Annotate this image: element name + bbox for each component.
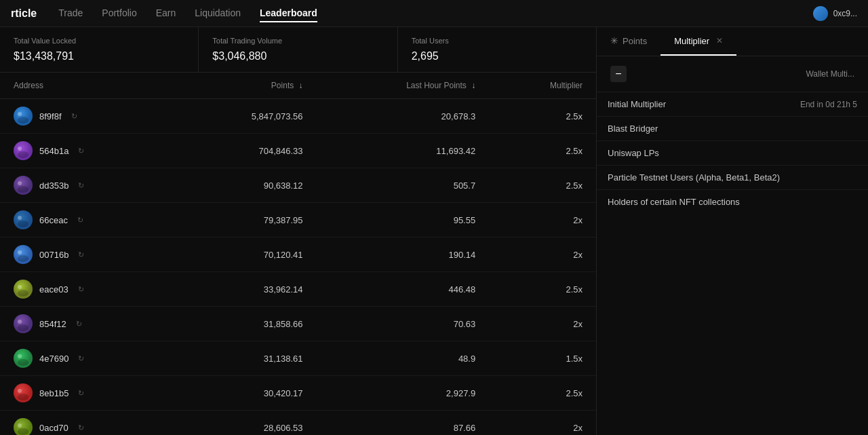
cell-last-hour: 11,693.42 (317, 134, 490, 168)
refresh-icon[interactable]: ↻ (78, 147, 84, 155)
right-tabs: ✳ Points Multiplier ✕ (597, 27, 868, 56)
svg-point-5 (18, 151, 28, 158)
nav-earn[interactable]: Earn (156, 5, 176, 22)
brand-logo: rticle (11, 7, 37, 20)
svg-point-1 (18, 112, 22, 116)
stat-users-label: Total Users (412, 37, 583, 45)
cell-address: dd353b ↻ (0, 168, 176, 203)
topnav: rticle Trade Portfolio Earn Liquidation … (0, 0, 868, 27)
table-row: 00716b ↻ 70,120.41 190.14 2x (0, 238, 596, 272)
address-text: 8eb1b5 (39, 388, 68, 398)
svg-point-7 (18, 181, 22, 185)
right-panel: ✳ Points Multiplier ✕ − Wallet Multi... … (597, 27, 868, 435)
refresh-icon[interactable]: ↻ (78, 354, 84, 363)
tab-points[interactable]: ✳ Points (597, 27, 660, 56)
refresh-icon[interactable]: ↻ (77, 216, 83, 225)
user-badge[interactable]: 0xc9... (813, 6, 857, 21)
last-hour-sort-icon: ↓ (471, 81, 475, 90)
svg-point-25 (18, 389, 22, 393)
svg-point-13 (18, 250, 22, 254)
cell-last-hour: 70.63 (317, 307, 490, 341)
address-text: 8f9f8f (39, 111, 62, 121)
svg-point-20 (18, 324, 28, 331)
cell-last-hour: 48.9 (317, 341, 490, 376)
tab-multiplier[interactable]: Multiplier ✕ (660, 28, 736, 56)
left-panel: Total Value Locked $13,438,791 Total Tra… (0, 27, 597, 435)
cell-points: 70,120.41 (176, 238, 317, 272)
mult-cat-uniswap: Uniswap LPs (597, 141, 868, 166)
cell-last-hour: 87.66 (317, 411, 490, 436)
table-area: Address Points ↓ Last Hour Points ↓ Mult… (0, 73, 596, 435)
avatar (14, 314, 33, 333)
stat-volume-label: Total Trading Volume (212, 37, 383, 45)
multiplier-timer: End in 0d 21h 5 (800, 100, 857, 109)
cell-multiplier: 2x (489, 238, 596, 272)
stats-bar: Total Value Locked $13,438,791 Total Tra… (0, 27, 596, 73)
address-text: 564b1a (39, 146, 68, 156)
cell-multiplier: 1.5x (489, 341, 596, 376)
avatar (14, 107, 33, 126)
address-text: 0acd70 (39, 423, 68, 433)
cell-multiplier: 2.5x (489, 99, 596, 134)
stat-users: Total Users 2,695 (398, 27, 596, 72)
table-row: 0acd70 ↻ 28,606.53 87.66 2x (0, 411, 596, 436)
leaderboard-table: Address Points ↓ Last Hour Points ↓ Mult… (0, 73, 596, 435)
cell-address: 66ceac ↻ (0, 203, 176, 238)
multiplier-close-icon[interactable]: ✕ (716, 36, 723, 45)
svg-point-16 (18, 285, 22, 289)
table-row: 564b1a ↻ 704,846.33 11,693.42 2.5x (0, 134, 596, 168)
mult-cat-nft: Holders of certain NFT collections (597, 190, 868, 214)
avatar (14, 418, 33, 435)
cell-address: 564b1a ↻ (0, 134, 176, 168)
col-last-hour[interactable]: Last Hour Points ↓ (317, 73, 490, 99)
address-text: 854f12 (39, 319, 66, 329)
refresh-icon[interactable]: ↻ (78, 181, 84, 190)
avatar (14, 280, 33, 299)
col-multiplier: Multiplier (489, 73, 596, 99)
table-row: 8f9f8f ↻ 5,847,073.56 20,678.3 2.5x (0, 99, 596, 134)
col-points[interactable]: Points ↓ (176, 73, 317, 99)
multiplier-header: − Wallet Multi... (597, 56, 868, 92)
cell-address: 4e7690 ↻ (0, 341, 176, 376)
avatar (14, 141, 33, 160)
table-row: 854f12 ↻ 31,858.66 70.63 2x (0, 307, 596, 341)
cell-points: 28,606.53 (176, 411, 317, 436)
avatar (14, 349, 33, 368)
main-layout: Total Value Locked $13,438,791 Total Tra… (0, 27, 868, 435)
address-text: eace03 (39, 284, 68, 295)
mult-cat-testnet: Particle Testnet Users (Alpha, Beta1, Be… (597, 166, 868, 190)
stat-tvl: Total Value Locked $13,438,791 (0, 27, 199, 72)
refresh-icon[interactable]: ↻ (78, 285, 84, 294)
svg-point-23 (18, 359, 28, 366)
nav-portfolio[interactable]: Portfolio (102, 5, 136, 22)
multiplier-minus-button[interactable]: − (610, 66, 627, 82)
address-text: 00716b (39, 250, 68, 260)
nav-liquidation[interactable]: Liquidation (195, 5, 241, 22)
cell-points: 31,858.66 (176, 307, 317, 341)
svg-point-26 (18, 394, 28, 400)
svg-point-19 (18, 320, 22, 324)
nav-links: Trade Portfolio Earn Liquidation Leaderb… (58, 5, 812, 22)
cell-last-hour: 505.7 (317, 168, 490, 203)
refresh-icon[interactable]: ↻ (76, 320, 82, 328)
avatar (14, 245, 33, 264)
table-row: 4e7690 ↻ 31,138.61 48.9 1.5x (0, 341, 596, 376)
points-sort-icon: ↓ (299, 81, 303, 90)
stat-volume: Total Trading Volume $3,046,880 (199, 27, 397, 72)
cell-multiplier: 2.5x (489, 168, 596, 203)
refresh-icon[interactable]: ↻ (78, 389, 84, 398)
refresh-icon[interactable]: ↻ (78, 250, 84, 259)
table-row: eace03 ↻ 33,962.14 446.48 2.5x (0, 272, 596, 307)
refresh-icon[interactable]: ↻ (71, 112, 77, 121)
table-row: dd353b ↻ 90,638.12 505.7 2.5x (0, 168, 596, 203)
nav-leaderboard[interactable]: Leaderboard (260, 5, 317, 22)
cell-last-hour: 2,927.9 (317, 376, 490, 411)
nav-trade[interactable]: Trade (58, 5, 83, 22)
cell-points: 79,387.95 (176, 203, 317, 238)
cell-last-hour: 20,678.3 (317, 99, 490, 134)
svg-point-29 (18, 428, 28, 435)
cell-multiplier: 2x (489, 203, 596, 238)
svg-point-8 (18, 186, 28, 193)
mult-cat-blast: Blast Bridger (597, 117, 868, 141)
refresh-icon[interactable]: ↻ (78, 423, 84, 432)
